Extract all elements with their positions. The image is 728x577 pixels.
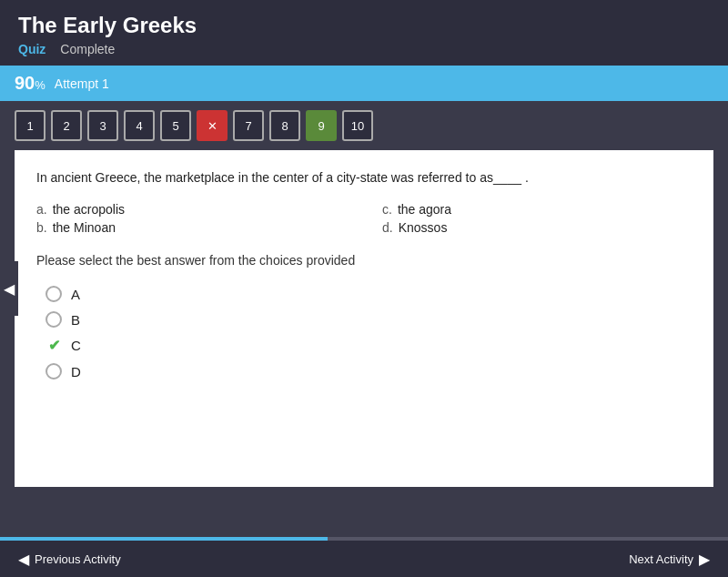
answer-b: b. the Minoan — [36, 220, 346, 235]
question-nav: 1 2 3 4 5 ✕ 7 8 9 10 — [0, 101, 728, 150]
header: The Early Greeks Quiz Complete — [0, 0, 728, 66]
nav-btn-4[interactable]: 4 — [124, 110, 155, 141]
nav-btn-10[interactable]: 10 — [342, 110, 373, 141]
main-content: In ancient Greece, the marketplace in th… — [15, 150, 713, 487]
subtitle-row: Quiz Complete — [18, 42, 710, 56]
answer-d: d. Knossos — [382, 220, 692, 235]
option-d-label: D — [71, 364, 81, 380]
next-activity-button[interactable]: Next Activity ▶ — [622, 547, 717, 572]
nav-btn-7[interactable]: 7 — [233, 110, 264, 141]
option-a[interactable]: A — [46, 286, 692, 302]
option-d[interactable]: D — [46, 363, 692, 380]
prev-arrow-icon: ◀ — [18, 551, 29, 568]
progress-bar: 90% Attempt 1 — [0, 66, 728, 101]
option-c-label: C — [71, 338, 81, 353]
nav-btn-5[interactable]: 5 — [160, 110, 191, 141]
percent-value: 90% — [15, 73, 46, 94]
option-b-label: B — [71, 312, 80, 328]
next-label: Next Activity — [629, 552, 693, 566]
page-title: The Early Greeks — [18, 13, 710, 38]
radio-a[interactable] — [46, 286, 62, 302]
radio-options: A B ✔ C D — [36, 286, 692, 380]
nav-btn-2[interactable]: 2 — [51, 110, 82, 141]
nav-btn-3[interactable]: 3 — [87, 110, 118, 141]
attempt-text: Attempt 1 — [55, 76, 109, 91]
nav-btn-1[interactable]: 1 — [15, 110, 46, 141]
prev-activity-button[interactable]: ◀ Previous Activity — [11, 547, 128, 572]
left-arrow-icon: ◀ — [4, 280, 15, 298]
radio-d[interactable] — [46, 363, 62, 380]
prev-label: Previous Activity — [35, 552, 121, 566]
answer-grid: a. the acropolis c. the agora b. the Min… — [36, 202, 692, 235]
nav-btn-6[interactable]: ✕ — [197, 110, 228, 141]
footer: ◀ Previous Activity Next Activity ▶ — [0, 541, 728, 577]
option-c[interactable]: ✔ C — [46, 337, 692, 354]
nav-btn-8[interactable]: 8 — [269, 110, 300, 141]
option-a-label: A — [71, 287, 80, 302]
answer-a: a. the acropolis — [36, 202, 346, 217]
quiz-label: Quiz — [18, 42, 46, 56]
question-text: In ancient Greece, the marketplace in th… — [36, 168, 692, 187]
answer-c: c. the agora — [382, 202, 692, 217]
nav-btn-9[interactable]: 9 — [306, 110, 337, 141]
check-icon: ✔ — [46, 337, 62, 354]
left-side-arrow[interactable]: ◀ — [0, 261, 18, 316]
complete-label: Complete — [60, 42, 115, 56]
radio-b[interactable] — [46, 311, 62, 328]
option-b[interactable]: B — [46, 311, 692, 328]
instruction-text: Please select the best answer from the c… — [36, 253, 692, 268]
next-arrow-icon: ▶ — [699, 551, 710, 568]
